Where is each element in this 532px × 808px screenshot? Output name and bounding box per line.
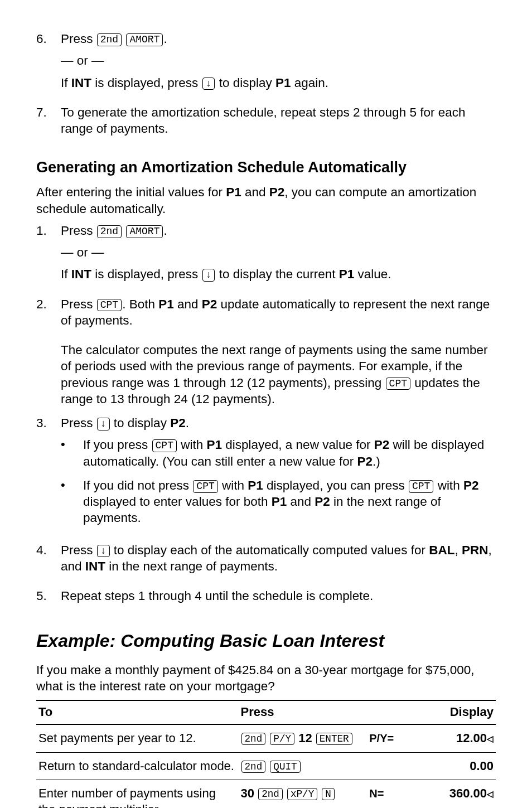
key-label: ↓ xyxy=(97,545,110,558)
key-label: CPT xyxy=(97,299,122,312)
cell-press: 2nd QUIT xyxy=(239,752,367,780)
step-number: 4. xyxy=(36,542,61,580)
key-label: CPT xyxy=(386,378,410,390)
example-table: To Press Display Set payments per year t… xyxy=(36,700,496,808)
bullet-icon: • xyxy=(61,437,83,470)
cell-to: Set payments per year to 12. xyxy=(36,724,239,752)
th-press: Press xyxy=(239,700,367,724)
key-label: ↓ xyxy=(202,78,215,90)
table-row: Set payments per year to 12.2nd P/Y 12 E… xyxy=(36,724,496,752)
step-text: To generate the amortization schedule, r… xyxy=(61,104,496,137)
key-label: 2nd xyxy=(97,225,122,238)
step-text: Press CPT. Both P1 and P2 update automat… xyxy=(61,296,496,329)
bullet-text: If you did not press CPT with P1 display… xyxy=(83,477,496,526)
key-label: ↓ xyxy=(97,418,110,430)
step-text: Press ↓ to display P2. xyxy=(61,415,496,431)
key-label: 2nd xyxy=(241,733,266,745)
step-text: Repeat steps 1 through 4 until the sched… xyxy=(61,588,496,604)
cell-press: 2nd P/Y 12 ENTER xyxy=(239,724,367,752)
th-to: To xyxy=(36,700,239,724)
step-number: 7. xyxy=(36,104,61,143)
cell-var xyxy=(367,752,415,780)
key-label: 2nd xyxy=(258,788,283,800)
key-label: AMORT xyxy=(126,33,163,46)
cell-var: N= xyxy=(367,780,415,808)
or-text: — or — xyxy=(61,244,496,260)
key-label: 2nd xyxy=(97,33,122,46)
cell-value: 360.00◁ xyxy=(415,780,496,808)
step-text: Press ↓ to display each of the automatic… xyxy=(61,542,496,575)
section-heading-auto: Generating an Amortization Schedule Auto… xyxy=(36,158,496,177)
key-label: CPT xyxy=(193,480,217,493)
cell-value: 12.00◁ xyxy=(415,724,496,752)
cell-var: P/Y= xyxy=(367,724,415,752)
step-number: 2. xyxy=(36,296,61,335)
section-intro: After entering the initial values for P1… xyxy=(36,184,496,217)
table-row: Return to standard-calculator mode.2nd Q… xyxy=(36,752,496,780)
step-text: Press 2nd AMORT. xyxy=(61,31,496,47)
table-row: Enter number of payments using the payme… xyxy=(36,780,496,808)
cell-press: 30 2nd xP/Y N xyxy=(239,780,367,808)
cell-value: 0.00 xyxy=(415,752,496,780)
th-display: Display xyxy=(367,700,496,724)
step-number: 6. xyxy=(36,31,61,96)
key-label: ↓ xyxy=(202,269,215,282)
key-label: QUIT xyxy=(270,761,300,773)
key-label: xP/Y xyxy=(287,788,317,800)
bullet-icon: • xyxy=(61,477,83,526)
key-label: CPT xyxy=(152,439,177,452)
cell-to: Return to standard-calculator mode. xyxy=(36,752,239,780)
key-label: N xyxy=(322,788,335,800)
step-alt: If INT is displayed, press ↓ to display … xyxy=(61,75,496,91)
example-intro: If you make a monthly payment of $425.84… xyxy=(36,662,496,695)
step-alt: If INT is displayed, press ↓ to display … xyxy=(61,266,496,282)
step-number: 3. xyxy=(36,415,61,534)
step-number: 5. xyxy=(36,588,61,609)
step-list-top: 6.Press 2nd AMORT.— or —If INT is displa… xyxy=(36,31,496,142)
key-label: CPT xyxy=(409,480,433,493)
step-number: 1. xyxy=(36,222,61,288)
step-list-main: 1.Press 2nd AMORT.— or —If INT is displa… xyxy=(36,222,496,610)
bullet-text: If you press CPT with P1 displayed, a ne… xyxy=(83,437,496,470)
key-label: 2nd xyxy=(241,761,266,773)
cell-to: Enter number of payments using the payme… xyxy=(36,780,239,808)
key-label: AMORT xyxy=(126,225,163,238)
example-heading: Example: Computing Basic Loan Interest xyxy=(36,630,496,653)
key-label: P/Y xyxy=(270,733,294,745)
step-paragraph: The calculator computes the next range o… xyxy=(61,342,496,407)
key-label: ENTER xyxy=(316,733,352,745)
or-text: — or — xyxy=(61,52,496,69)
step-text: Press 2nd AMORT. xyxy=(61,222,496,239)
